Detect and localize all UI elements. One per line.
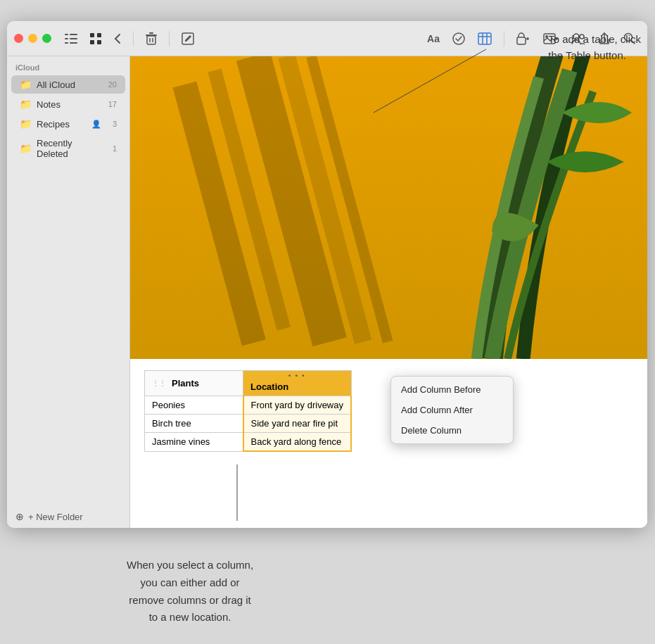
sidebar-item-recently-deleted-label: Recently Deleted: [37, 138, 104, 159]
note-content: ⋮⋮ Plants • • • Location: [130, 56, 647, 528]
folder-icon-notes: 📁: [20, 99, 32, 110]
row-handle: ⋮⋮: [152, 379, 169, 387]
svg-rect-9: [97, 40, 101, 44]
table-row-2: Birch tree Side yard near fire pit: [145, 415, 352, 433]
context-menu-add-after[interactable]: Add Column After: [391, 400, 513, 420]
minimize-button[interactable]: [28, 34, 37, 43]
location-3[interactable]: Back yard along fence: [243, 433, 352, 452]
folder-icon-recipes: 📁: [20, 118, 32, 130]
col2-handle: • • • Location: [250, 374, 344, 392]
table-button[interactable]: [473, 29, 497, 49]
col1-handle: ⋮⋮ Plants: [152, 378, 236, 389]
svg-rect-17: [478, 33, 491, 44]
lock-button[interactable]: [511, 29, 535, 49]
sidebar-item-recipes[interactable]: 📁 Recipes 👤 3: [11, 115, 125, 133]
col-dots: • • •: [288, 372, 305, 379]
format-button[interactable]: Aa: [422, 30, 445, 48]
sidebar-item-notes[interactable]: 📁 Notes 17: [11, 95, 125, 113]
checklist-button[interactable]: [447, 29, 470, 49]
location-2[interactable]: Side yard near fire pit: [243, 415, 352, 433]
sidebar-item-recently-deleted-badge: 1: [104, 144, 117, 153]
sidebar-item-notes-label: Notes: [37, 99, 104, 110]
photo-area: [130, 56, 647, 359]
sidebar: iCloud 📁 All iCloud 20 📁 Notes 17 📁 Reci…: [7, 56, 130, 528]
svg-rect-6: [90, 33, 94, 37]
callout-top-line2: the Table button.: [548, 49, 626, 61]
table-area: ⋮⋮ Plants • • • Location: [130, 359, 647, 463]
list-view-button[interactable]: [60, 30, 82, 47]
svg-rect-11: [149, 32, 153, 34]
table-row-1: Peonies Front yard by driveway: [145, 396, 352, 415]
sidebar-item-recently-deleted[interactable]: 📁 Recently Deleted 1: [11, 134, 125, 163]
sidebar-item-recipes-label: Recipes: [37, 119, 91, 130]
svg-rect-12: [147, 36, 155, 44]
context-menu-delete[interactable]: Delete Column: [391, 420, 513, 441]
new-folder-icon: ⊕: [15, 511, 24, 522]
new-folder-label: + New Folder: [28, 512, 83, 522]
svg-rect-1: [70, 34, 77, 35]
plant-1[interactable]: Peonies: [145, 396, 243, 415]
note-table: ⋮⋮ Plants • • • Location: [144, 370, 352, 452]
plant-2[interactable]: Birch tree: [145, 415, 243, 433]
col2-header-label: Location: [250, 381, 288, 392]
sidebar-item-all-icloud-label: All iCloud: [37, 80, 104, 90]
callout-bottom-text: When you select a column,you can either …: [127, 559, 253, 623]
new-folder-button[interactable]: ⊕ + New Folder: [7, 505, 129, 528]
plant-svg: [337, 56, 647, 359]
svg-rect-7: [97, 33, 101, 37]
location-1[interactable]: Front yard by driveway: [243, 396, 352, 415]
table-row-3: Jasmine vines Back yard along fence: [145, 433, 352, 452]
col2-header[interactable]: • • • Location: [243, 371, 352, 396]
svg-point-16: [453, 33, 464, 44]
delete-button[interactable]: [141, 29, 162, 49]
svg-rect-2: [65, 38, 68, 39]
context-menu-add-before[interactable]: Add Column Before: [391, 379, 513, 400]
fullscreen-button[interactable]: [42, 34, 51, 43]
sidebar-item-all-icloud[interactable]: 📁 All iCloud 20: [11, 75, 125, 94]
sidebar-item-all-icloud-badge: 20: [104, 80, 117, 89]
svg-rect-4: [65, 42, 68, 44]
back-button[interactable]: [109, 30, 126, 48]
outer-container: Aa: [0, 0, 655, 644]
app-window: Aa: [7, 21, 647, 528]
compose-button[interactable]: [177, 29, 199, 49]
plant-3[interactable]: Jasmine vines: [145, 433, 243, 452]
callout-top-line1: To add a table, click: [548, 33, 641, 45]
grid-view-button[interactable]: [85, 30, 106, 48]
sidebar-item-notes-badge: 17: [104, 100, 117, 108]
col1-header-label: Plants: [172, 378, 199, 389]
separator-1: [133, 31, 134, 46]
traffic-lights: [14, 34, 51, 43]
separator-3: [504, 31, 504, 46]
content-area: iCloud 📁 All iCloud 20 📁 Notes 17 📁 Reci…: [7, 56, 647, 528]
sidebar-item-recipes-badge: 3: [104, 120, 117, 128]
callout-bottom: When you select a column,you can either …: [127, 557, 253, 626]
callout-top: To add a table, click the Table button.: [548, 32, 641, 63]
svg-rect-3: [70, 38, 77, 39]
folder-icon: 📁: [20, 79, 32, 90]
sidebar-section-header: iCloud: [7, 56, 129, 75]
close-button[interactable]: [14, 34, 23, 43]
svg-rect-0: [65, 34, 68, 35]
separator-2: [169, 31, 170, 46]
svg-rect-5: [70, 42, 77, 44]
context-menu: Add Column Before Add Column After Delet…: [390, 376, 514, 444]
col1-header[interactable]: ⋮⋮ Plants: [145, 371, 243, 396]
folder-icon-recently-deleted: 📁: [20, 143, 32, 154]
svg-rect-8: [90, 40, 94, 44]
